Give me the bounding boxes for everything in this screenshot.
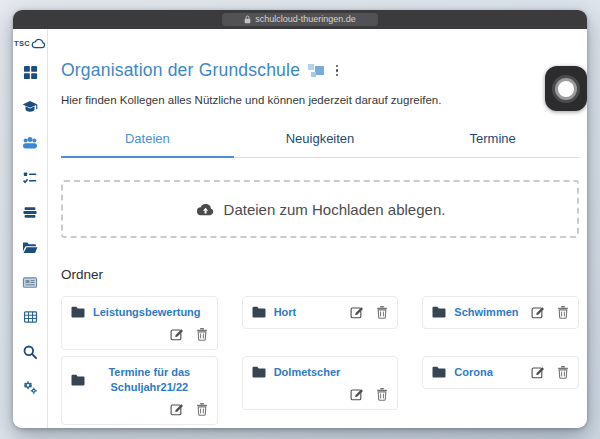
folder-icon [252,366,266,378]
folder-card: Hort [242,296,399,329]
open-folder-icon [22,240,38,254]
sidebar-item-dashboard[interactable] [22,64,38,80]
folder-card: Corona [422,356,579,389]
calendar-grid-icon [23,310,38,324]
folder-card: Termine für das Schuljahr21/22 [61,356,218,425]
folder-card: Dolmetscher [242,356,399,410]
browser-window: schulcloud-thueringen.de TSC [13,10,587,428]
sidebar-nav [22,64,38,395]
folder-name-link[interactable]: Leistungsbewertung [93,305,201,320]
folder-name-link[interactable]: Termine für das Schuljahr21/22 [93,365,206,395]
record-dot-icon [558,81,574,97]
edit-icon[interactable] [350,387,364,401]
sidebar-item-tasks[interactable] [22,169,38,185]
trash-icon[interactable] [557,305,569,319]
sidebar: TSC [13,29,48,428]
trash-icon[interactable] [196,402,208,416]
folder-name-link[interactable]: Schwimmen [454,305,518,320]
edit-icon[interactable] [350,305,364,319]
tab-bar: Dateien Neuigkeiten Termine [61,122,579,158]
trash-icon[interactable] [376,387,388,401]
cloud-upload-icon [195,202,215,217]
folder-name-link[interactable]: Dolmetscher [274,365,341,380]
folder-actions [519,365,569,379]
page-subtitle: Hier finden Kollegen alles Nützliche und… [61,94,579,106]
grid-icon [23,65,38,80]
graduation-cap-icon [22,100,38,114]
task-list-icon [22,170,38,185]
stacked-bars-icon [22,205,38,220]
edit-icon[interactable] [531,305,545,319]
folder-name-link[interactable]: Hort [274,305,297,320]
address-field[interactable]: schulcloud-thueringen.de [222,13,378,26]
logo-text: TSC [14,39,30,48]
folder-icon [432,366,446,378]
dropzone-label: Dateien zum Hochladen ablegen. [224,201,446,218]
folder-icon [71,306,85,318]
main-content: Organisation der Grundschule Hier finden… [48,29,587,428]
newspaper-icon [22,275,38,290]
sidebar-item-lernstore[interactable] [22,204,38,220]
folder-icon [432,306,446,318]
edit-icon[interactable] [170,402,184,416]
folders-heading: Ordner [61,267,579,282]
sidebar-item-teams[interactable] [22,134,38,150]
folder-card: Leistungsbewertung [61,296,218,350]
search-icon [22,344,38,360]
folder-actions [519,305,569,319]
folder-grid: Leistungsbewertung Hort [61,296,579,425]
trash-icon[interactable] [196,327,208,341]
sidebar-item-settings[interactable] [22,379,38,395]
folder-icon [252,306,266,318]
sidebar-item-news[interactable] [22,274,38,290]
trash-icon[interactable] [376,305,388,319]
edit-icon[interactable] [170,327,184,341]
team-avatar [308,63,325,78]
sidebar-item-calendar[interactable] [22,309,38,325]
record-button[interactable] [545,66,587,111]
sidebar-item-courses[interactable] [22,99,38,115]
folder-card: Schwimmen [422,296,579,329]
page-title: Organisation der Grundschule [61,60,300,81]
folder-actions [338,305,388,319]
gears-icon [22,379,38,395]
address-text: schulcloud-thueringen.de [255,13,356,26]
lock-icon [244,15,251,24]
cloud-icon [31,38,46,49]
edit-icon[interactable] [531,365,545,379]
page-header: Organisation der Grundschule [61,60,579,81]
folder-name-link[interactable]: Corona [454,365,493,380]
trash-icon[interactable] [557,365,569,379]
sidebar-item-search[interactable] [22,344,38,360]
sidebar-item-files[interactable] [22,239,38,255]
tab-neuigkeiten[interactable]: Neuigkeiten [234,122,407,157]
folder-icon [71,374,85,386]
folder-actions [338,387,388,401]
kebab-menu-icon[interactable] [333,63,341,78]
file-dropzone[interactable]: Dateien zum Hochladen ablegen. [61,180,579,238]
tab-termine[interactable]: Termine [406,122,579,157]
people-icon [22,135,38,150]
browser-url-bar: schulcloud-thueringen.de [13,10,587,29]
folder-actions [158,327,208,341]
app-logo[interactable]: TSC [14,38,46,49]
tab-dateien[interactable]: Dateien [61,122,234,158]
folder-actions [158,402,208,416]
